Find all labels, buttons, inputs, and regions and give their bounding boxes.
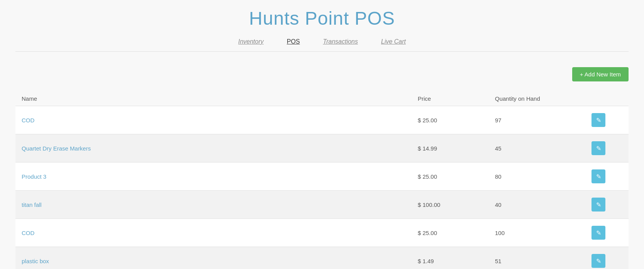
item-name: Quartet Dry Erase Markers (22, 145, 418, 152)
header-actions (591, 95, 622, 102)
item-quantity: 100 (495, 230, 591, 236)
edit-icon: ✎ (596, 201, 601, 208)
edit-icon: ✎ (596, 173, 601, 180)
edit-button[interactable]: ✎ (591, 141, 605, 155)
header-quantity: Quantity on Hand (495, 95, 591, 102)
nav-pos[interactable]: POS (287, 38, 300, 45)
table-header: Name Price Quantity on Hand (15, 91, 629, 106)
item-price: $ 25.00 (418, 117, 495, 124)
app-title: Hunts Point POS (15, 8, 629, 29)
item-name: Product 3 (22, 173, 418, 180)
item-name: titan fall (22, 201, 418, 208)
edit-button[interactable]: ✎ (591, 113, 605, 127)
add-new-item-button[interactable]: + Add New Item (572, 67, 629, 81)
table-row: COD $ 25.00 97 ✎ (15, 106, 629, 134)
edit-icon: ✎ (596, 229, 601, 237)
item-price: $ 25.00 (418, 230, 495, 236)
edit-icon: ✎ (596, 117, 601, 124)
item-name: plastic box (22, 258, 418, 264)
table-row: plastic box $ 1.49 51 ✎ (15, 247, 629, 269)
item-price: $ 1.49 (418, 258, 495, 264)
item-name: COD (22, 230, 418, 236)
nav-live-cart[interactable]: Live Cart (381, 38, 406, 45)
edit-button[interactable]: ✎ (591, 226, 605, 240)
item-price: $ 100.00 (418, 201, 495, 208)
nav-inventory[interactable]: Inventory (238, 38, 264, 45)
navigation: Inventory POS Transactions Live Cart (15, 38, 629, 52)
item-name: COD (22, 117, 418, 124)
inventory-table: Name Price Quantity on Hand COD $ 25.00 … (15, 91, 629, 269)
table-row: COD $ 25.00 100 ✎ (15, 218, 629, 247)
nav-transactions[interactable]: Transactions (323, 38, 358, 45)
edit-button[interactable]: ✎ (591, 254, 605, 268)
edit-button[interactable]: ✎ (591, 169, 605, 183)
page-wrapper: Hunts Point POS Inventory POS Transactio… (0, 0, 644, 269)
table-row: Quartet Dry Erase Markers $ 14.99 45 ✎ (15, 134, 629, 162)
item-price: $ 25.00 (418, 173, 495, 180)
item-quantity: 51 (495, 258, 591, 264)
item-quantity: 45 (495, 145, 591, 152)
table-row: titan fall $ 100.00 40 ✎ (15, 190, 629, 218)
header-price: Price (418, 95, 495, 102)
edit-icon: ✎ (596, 145, 601, 152)
edit-button[interactable]: ✎ (591, 198, 605, 211)
item-quantity: 40 (495, 201, 591, 208)
toolbar: + Add New Item (15, 63, 629, 85)
item-price: $ 14.99 (418, 145, 495, 152)
item-quantity: 80 (495, 173, 591, 180)
header-name: Name (22, 95, 418, 102)
edit-icon: ✎ (596, 257, 601, 265)
table-row: Product 3 $ 25.00 80 ✎ (15, 162, 629, 190)
item-quantity: 97 (495, 117, 591, 124)
